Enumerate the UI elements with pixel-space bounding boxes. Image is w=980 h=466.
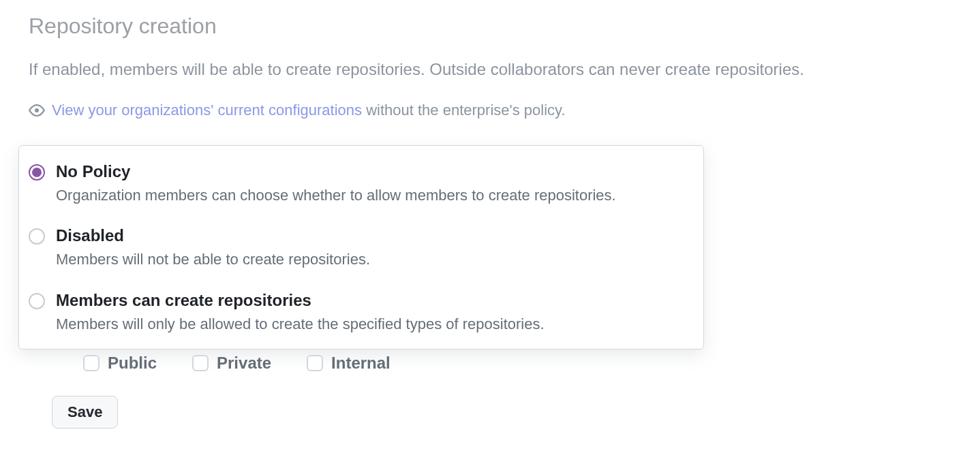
checkbox-label: Public [108, 354, 157, 373]
policy-radio-group: No Policy Organization members can choos… [18, 145, 704, 350]
radio-option-description: Organization members can choose whether … [56, 185, 692, 206]
section-title: Repository creation [29, 14, 951, 39]
radio-option-description: Members will not be able to create repos… [56, 249, 692, 270]
checkbox-box[interactable] [83, 355, 99, 371]
checkbox-box[interactable] [307, 355, 323, 371]
view-configurations-link[interactable]: View your organizations' current configu… [52, 102, 362, 119]
checkbox-label: Private [217, 354, 271, 373]
radio-button[interactable] [29, 293, 45, 309]
radio-button[interactable] [29, 228, 45, 245]
checkbox-public[interactable]: Public [83, 354, 157, 373]
config-link-suffix: without the enterprise's policy. [362, 102, 566, 119]
repository-types-row: Public Private Internal [29, 350, 951, 373]
checkbox-internal[interactable]: Internal [307, 354, 391, 373]
save-button[interactable]: Save [52, 396, 118, 429]
checkbox-box[interactable] [192, 355, 209, 371]
checkbox-private[interactable]: Private [192, 354, 271, 373]
radio-option-title: Disabled [56, 226, 692, 245]
radio-option-description: Members will only be allowed to create t… [56, 314, 692, 335]
eye-icon [29, 102, 45, 119]
config-link-row: View your organizations' current configu… [29, 102, 951, 119]
radio-option-title: No Policy [56, 162, 692, 181]
section-description: If enabled, members will be able to crea… [29, 58, 951, 81]
policy-option-no-policy[interactable]: No Policy Organization members can choos… [19, 153, 703, 217]
radio-option-title: Members can create repositories [56, 291, 692, 310]
checkbox-label: Internal [331, 354, 391, 373]
radio-button[interactable] [29, 164, 45, 181]
policy-option-disabled[interactable]: Disabled Members will not be able to cre… [19, 217, 703, 281]
policy-option-members-can-create[interactable]: Members can create repositories Members … [19, 281, 703, 346]
